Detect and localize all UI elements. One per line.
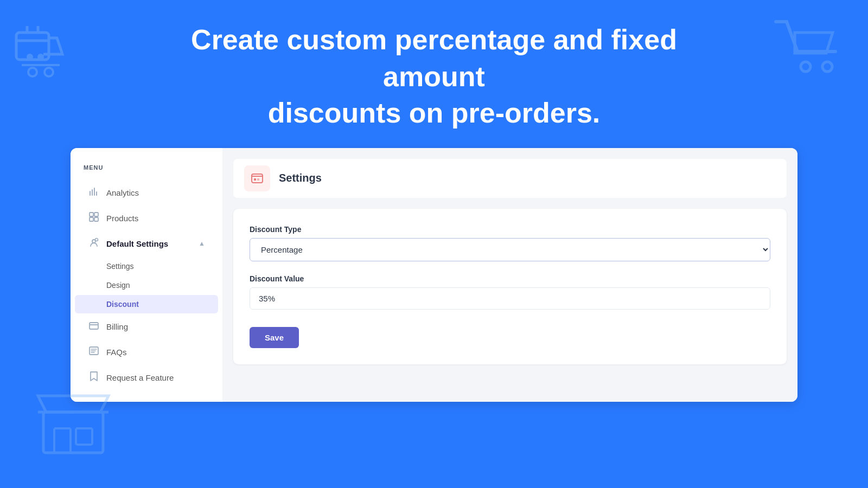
svg-rect-16	[90, 323, 98, 329]
svg-rect-9	[76, 428, 92, 445]
hero-section: Create custom percentage and fixed amoun…	[0, 0, 868, 148]
svg-point-5	[801, 62, 810, 72]
sidebar-item-default-settings[interactable]: Default Settings ▲	[75, 232, 218, 256]
content-header: Settings	[233, 159, 787, 198]
svg-point-2	[37, 54, 44, 60]
discount-value-input[interactable]	[250, 287, 770, 310]
svg-rect-13	[94, 217, 98, 221]
products-icon	[88, 211, 100, 225]
default-settings-subitems: Settings Design Discount	[71, 257, 222, 313]
svg-point-4	[44, 68, 53, 76]
discount-value-group: Discount Value	[250, 274, 770, 310]
svg-point-15	[95, 238, 98, 241]
analytics-label: Analytics	[106, 188, 139, 197]
default-settings-icon	[88, 237, 100, 251]
main-card: MENU Analytics Products Default Settings…	[71, 148, 797, 402]
chevron-up-icon: ▲	[199, 240, 205, 247]
discount-sublabel: Discount	[106, 300, 139, 309]
bg-cart-icon-top-right	[770, 11, 846, 91]
settings-sublabel: Settings	[106, 262, 134, 271]
faqs-label: FAQs	[106, 348, 127, 357]
svg-rect-11	[94, 213, 98, 216]
svg-rect-7	[43, 412, 103, 453]
svg-rect-19	[254, 178, 256, 181]
billing-label: Billing	[106, 322, 128, 331]
sidebar-subitem-discount[interactable]: Discount	[75, 295, 218, 313]
sidebar-item-analytics[interactable]: Analytics	[75, 181, 218, 205]
products-label: Products	[106, 214, 138, 223]
faqs-icon	[88, 345, 100, 359]
sidebar-subitem-design[interactable]: Design	[75, 276, 218, 294]
billing-icon	[88, 320, 100, 333]
svg-rect-10	[90, 213, 93, 216]
sidebar-item-faqs[interactable]: FAQs	[75, 340, 218, 364]
sidebar-item-billing[interactable]: Billing	[75, 314, 218, 339]
bg-store-icon-bottom-left	[33, 380, 114, 477]
discount-type-group: Discount Type Percentage Fixed Amount	[250, 225, 770, 261]
content-title: Settings	[279, 172, 322, 184]
form-card: Discount Type Percentage Fixed Amount Di…	[233, 209, 787, 364]
discount-type-select[interactable]: Percentage Fixed Amount	[250, 238, 770, 261]
hero-line2: discounts on pre-orders.	[268, 97, 601, 129]
discount-type-label: Discount Type	[250, 225, 770, 234]
bg-cart-icon-top-left	[11, 22, 76, 99]
analytics-icon	[88, 186, 100, 200]
svg-rect-12	[90, 217, 93, 221]
svg-point-3	[28, 68, 37, 76]
sidebar-subitem-settings[interactable]: Settings	[75, 257, 218, 275]
menu-label: MENU	[71, 159, 222, 179]
sidebar: MENU Analytics Products Default Settings…	[71, 148, 222, 402]
main-content: Settings Discount Type Percentage Fixed …	[222, 148, 797, 402]
svg-rect-20	[257, 178, 259, 181]
svg-rect-8	[54, 428, 71, 453]
sidebar-item-products[interactable]: Products	[75, 206, 218, 230]
default-settings-label: Default Settings	[106, 239, 168, 248]
save-button[interactable]: Save	[250, 327, 299, 348]
svg-point-6	[822, 62, 832, 72]
svg-point-1	[27, 54, 33, 60]
discount-value-label: Discount Value	[250, 274, 770, 283]
svg-rect-18	[252, 174, 263, 183]
settings-icon-box	[244, 165, 270, 191]
request-feature-label: Request a Feature	[106, 373, 174, 382]
hero-line1: Create custom percentage and fixed amoun…	[191, 24, 677, 92]
design-sublabel: Design	[106, 281, 130, 290]
